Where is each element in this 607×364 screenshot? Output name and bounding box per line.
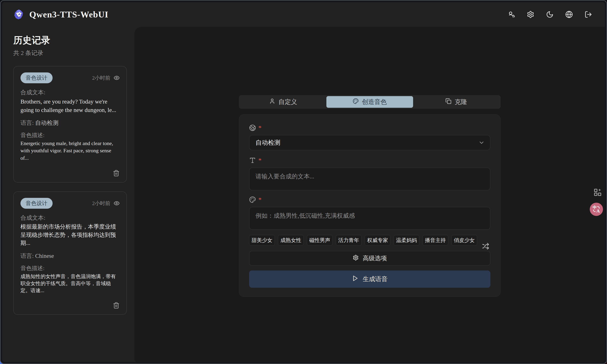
required-marker: * [258,196,262,203]
synthesis-text-input[interactable] [249,168,490,190]
app-title: Qwen3-TTS-WebUI [29,9,108,20]
logout-icon [584,11,592,18]
generate-speech-button[interactable]: 生成语音 [249,271,490,288]
moon-icon [546,11,554,18]
preset-tag[interactable]: 成熟女性 [278,235,304,246]
delete-history-button[interactable] [113,170,120,177]
earth-icon [249,124,256,131]
mode-tabbar: 自定义 创造音色 克隆 [239,95,501,109]
view-history-button[interactable] [114,200,120,206]
history-type-badge: 音色设计 [20,198,53,209]
preset-tag[interactable]: 播音主持 [422,235,448,246]
dark-mode-button[interactable] [546,11,554,18]
settings-button[interactable] [527,11,534,18]
tab-clone-label: 克隆 [455,98,467,106]
tab-create-voice-label: 创造音色 [362,98,387,106]
preset-tag[interactable]: 温柔妈妈 [394,235,419,246]
required-marker: * [258,157,262,164]
synth-text-value: 根据最新的市场分析报告，本季度业绩呈现稳步增长态势，各项指标均达到预期... [20,223,120,247]
logout-button[interactable] [584,11,592,18]
tab-custom-label: 自定义 [278,98,297,106]
copy-icon [445,98,451,106]
translate-icon: 中 A [592,205,601,214]
history-card-top: 音色设计 2小时前 [20,198,120,209]
voice-desc-value: 成熟知性的女性声音，音色温润饱满，带有职业女性的干练气质。音高中等，音域稳定。语… [20,273,120,294]
grid-sparkle-icon [593,195,602,197]
gear-icon [527,11,534,18]
header-actions [507,11,592,18]
preset-tags: 甜美少女 成熟女性 磁性男声 活力青年 权威专家 温柔妈妈 播音主持 俏皮少女 [249,235,482,246]
card-footer [20,302,120,309]
voice-desc-value: Energetic young male, bright and clear t… [20,140,120,162]
required-marker: * [258,125,262,131]
preset-tag[interactable]: 活力青年 [336,235,361,246]
app-header: Qwen3-TTS-WebUI [2,2,605,27]
history-card-top: 音色设计 2小时前 [20,72,120,83]
history-sidebar: 历史记录 共 2 条记录 音色设计 2小时前 合成文本: Brothers, a… [2,27,134,362]
translate-button[interactable]: 中 A [590,203,603,216]
language-label: 语言: [20,120,35,126]
language-select[interactable]: 自动检测 [249,135,490,150]
synth-text-value: Brothers, are you ready? Today we're goi… [20,97,120,114]
history-type-badge: 音色设计 [20,72,53,83]
eye-icon [114,75,120,81]
users-icon [507,11,515,18]
globe-icon [565,11,573,18]
gear-icon [353,255,359,262]
center-column: 自定义 创造音色 克隆 [239,27,501,297]
app-window: Qwen3-TTS-WebUI [0,0,607,364]
language-label: 语言: [20,253,35,259]
trash-icon [113,302,120,309]
language-select-value: 自动检测 [255,138,280,147]
generate-speech-label: 生成语音 [363,275,388,283]
voice-desc-label: 音色描述: [20,131,120,139]
eye-icon [114,200,120,206]
preset-tag[interactable]: 俏皮少女 [451,235,477,246]
preset-tags-area: 甜美少女 成熟女性 磁性男声 活力青年 权威专家 温柔妈妈 播音主持 俏皮少女 [249,235,490,246]
translate-zh-glyph: 中 [593,205,597,209]
delete-history-button[interactable] [113,302,120,309]
language-row: 语言: Chinese [20,252,120,260]
advanced-options-button[interactable]: 高级选项 [249,251,490,266]
voice-desc-field-label: * [249,196,490,204]
language-value: Chinese [35,253,54,259]
chevron-down-icon [478,140,485,146]
main-area: 自定义 创造音色 克隆 [134,27,605,362]
history-time: 2小时前 [92,75,110,81]
preset-tag[interactable]: 磁性男声 [307,235,333,246]
preset-tag[interactable]: 权威专家 [365,235,390,246]
language-button[interactable] [565,11,573,18]
trash-icon [113,170,120,177]
card-footer [20,170,120,177]
history-count: 共 2 条记录 [13,49,127,57]
body-row: 历史记录 共 2 条记录 音色设计 2小时前 合成文本: Brothers, a… [2,27,605,362]
synth-text-label: 合成文本: [20,214,120,222]
tab-clone[interactable]: 克隆 [413,96,500,108]
history-card[interactable]: 音色设计 2小时前 合成文本: Brothers, are you ready?… [13,66,127,182]
qwen-logo-icon [13,9,25,20]
shuffle-icon [482,243,489,250]
history-card[interactable]: 音色设计 2小时前 合成文本: 根据最新的市场分析报告，本季度业绩呈现稳步增长态… [13,191,127,315]
palette-icon [353,98,359,106]
preset-tag[interactable]: 甜美少女 [249,235,275,246]
shuffle-button[interactable] [482,243,489,250]
language-field-label: * [249,124,490,132]
users-button[interactable] [507,11,515,18]
text-field-label: * [249,156,490,164]
extension-grid-button[interactable] [593,188,602,197]
voice-desc-label: 音色描述: [20,264,120,272]
palette-icon [249,196,256,203]
synth-text-label: 合成文本: [20,89,120,96]
language-row: 语言: 自动检测 [20,119,120,127]
translate-a-glyph: A [596,208,600,213]
user-icon [269,98,275,106]
tab-create-voice[interactable]: 创造音色 [326,96,413,108]
app-root: Qwen3-TTS-WebUI [2,2,605,362]
tab-custom[interactable]: 自定义 [240,96,326,108]
type-icon [249,157,256,164]
language-value: 自动检测 [35,120,58,126]
history-time: 2小时前 [92,200,110,207]
voice-desc-input[interactable] [249,207,490,230]
view-history-button[interactable] [114,75,120,81]
history-title: 历史记录 [13,34,127,47]
